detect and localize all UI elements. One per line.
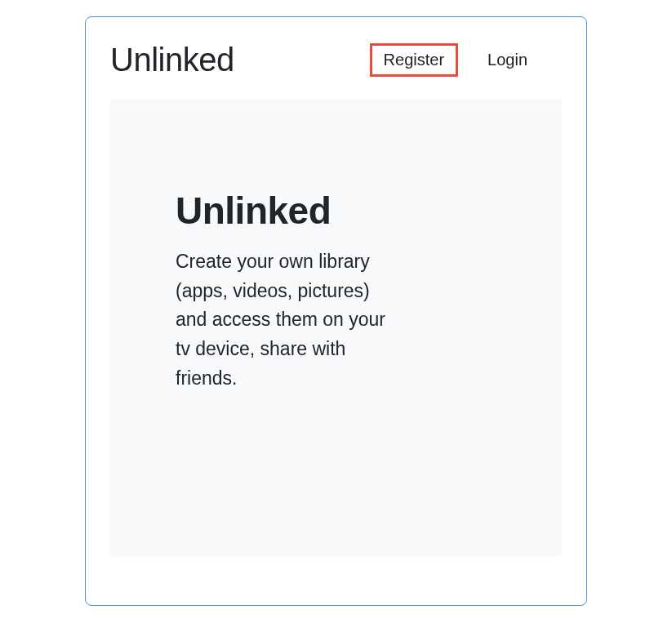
- main-container: Unlinked Register Login Unlinked Create …: [85, 16, 587, 606]
- register-link[interactable]: Register: [370, 43, 458, 77]
- hero-section: Unlinked Create your own library (apps, …: [110, 99, 562, 556]
- header: Unlinked Register Login: [110, 42, 562, 78]
- login-link[interactable]: Login: [478, 46, 537, 74]
- hero-description: Create your own library (apps, videos, p…: [176, 247, 396, 393]
- brand-logo[interactable]: Unlinked: [110, 42, 234, 78]
- nav-links: Register Login: [370, 43, 537, 77]
- hero-title: Unlinked: [176, 189, 496, 233]
